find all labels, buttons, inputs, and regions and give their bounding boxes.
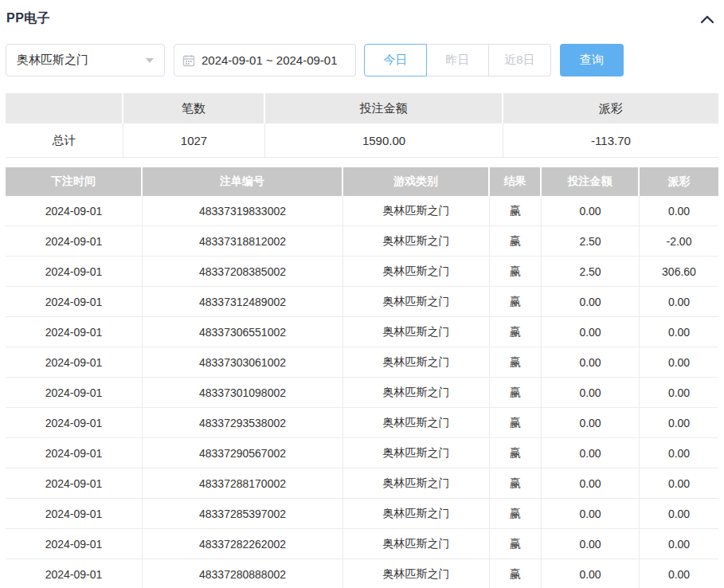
cell-bet-time: 2024-09-01	[6, 438, 143, 468]
column-header-bet-time: 下注时间	[6, 167, 143, 196]
cell-game-type: 奥林匹斯之门	[343, 559, 490, 588]
summary-header-payout: 派彩	[503, 93, 718, 123]
cell-bet-amount: 0.00	[542, 408, 640, 438]
cell-game-type: 奥林匹斯之门	[343, 347, 490, 378]
cell-result: 赢	[490, 438, 542, 468]
cell-order-id: 48337303061002	[143, 347, 343, 378]
summary-header-bet-amount: 投注金额	[265, 93, 503, 123]
cell-result: 赢	[490, 226, 542, 257]
cell-bet-time: 2024-09-01	[6, 468, 143, 499]
cell-bet-time: 2024-09-01	[6, 257, 143, 287]
table-row: 2024-09-0148337208385002奥林匹斯之门赢2.50306.6…	[6, 257, 718, 287]
cell-result: 赢	[490, 196, 542, 226]
cell-order-id: 48337319833002	[143, 196, 343, 226]
cell-order-id: 48337318812002	[143, 226, 343, 257]
cell-payout: 0.00	[640, 378, 718, 408]
cell-order-id: 48337282262002	[143, 529, 343, 559]
cell-result: 赢	[490, 257, 542, 287]
cell-payout: 0.00	[640, 287, 718, 317]
cell-game-type: 奥林匹斯之门	[343, 408, 490, 438]
cell-bet-amount: 0.00	[542, 468, 640, 499]
summary-total-row: 总计 1027 1590.00 -113.70	[6, 123, 718, 158]
cell-result: 赢	[490, 378, 542, 408]
cell-game-type: 奥林匹斯之门	[343, 196, 490, 226]
cell-bet-amount: 0.00	[542, 378, 640, 408]
game-select-value: 奥林匹斯之门	[17, 53, 88, 68]
cell-bet-time: 2024-09-01	[6, 317, 143, 347]
cell-game-type: 奥林匹斯之门	[343, 499, 490, 529]
table-row: 2024-09-0148337282262002奥林匹斯之门赢0.000.00	[6, 529, 718, 559]
table-row: 2024-09-0148337303061002奥林匹斯之门赢0.000.00	[6, 347, 718, 378]
date-range-value: 2024-09-01 ~ 2024-09-01	[202, 53, 338, 67]
cell-result: 赢	[490, 347, 542, 378]
cell-result: 赢	[490, 529, 542, 559]
cell-payout: 0.00	[640, 347, 718, 378]
column-header-payout: 派彩	[640, 167, 718, 196]
cell-order-id: 48337293538002	[143, 408, 343, 438]
cell-payout: 0.00	[640, 438, 718, 468]
cell-order-id: 48337290567002	[143, 438, 343, 468]
cell-payout: 0.00	[640, 468, 718, 499]
cell-bet-time: 2024-09-01	[6, 287, 143, 317]
last8days-button[interactable]: 近8日	[488, 44, 551, 76]
cell-result: 赢	[490, 408, 542, 438]
cell-bet-amount: 0.00	[542, 438, 640, 468]
chevron-down-icon	[146, 58, 154, 63]
summary-total-count: 1027	[123, 123, 265, 158]
table-row: 2024-09-0148337288170002奥林匹斯之门赢0.000.00	[6, 468, 718, 499]
quick-date-button-group: 今日 昨日 近8日	[364, 44, 551, 76]
yesterday-button[interactable]: 昨日	[426, 44, 489, 76]
column-header-result: 结果	[490, 167, 542, 196]
bet-table-header-row: 下注时间注单编号游戏类别结果投注金额派彩	[6, 167, 718, 196]
cell-payout: 0.00	[640, 317, 718, 347]
table-row: 2024-09-0148337285397002奥林匹斯之门赢0.000.00	[6, 499, 718, 529]
cell-bet-time: 2024-09-01	[6, 408, 143, 438]
cell-bet-amount: 0.00	[542, 317, 640, 347]
cell-bet-time: 2024-09-01	[6, 529, 143, 559]
summary-header-row: 笔数 投注金额 派彩	[6, 93, 718, 123]
cell-bet-time: 2024-09-01	[6, 196, 143, 226]
today-button[interactable]: 今日	[364, 44, 427, 76]
cell-payout: -2.00	[640, 226, 718, 257]
chevron-up-icon	[700, 14, 714, 24]
bet-table-body: 2024-09-0148337319833002奥林匹斯之门赢0.000.002…	[6, 196, 718, 588]
table-row: 2024-09-0148337301098002奥林匹斯之门赢0.000.00	[6, 378, 718, 408]
cell-bet-amount: 0.00	[542, 196, 640, 226]
query-button[interactable]: 查询	[560, 44, 624, 76]
cell-payout: 0.00	[640, 529, 718, 559]
cell-bet-amount: 0.00	[542, 529, 640, 559]
table-row: 2024-09-0148337293538002奥林匹斯之门赢0.000.00	[6, 408, 718, 438]
bet-records-table: 下注时间注单编号游戏类别结果投注金额派彩 2024-09-01483373198…	[6, 167, 718, 588]
cell-bet-amount: 0.00	[542, 559, 640, 588]
cell-bet-amount: 2.50	[542, 257, 640, 287]
cell-game-type: 奥林匹斯之门	[343, 438, 490, 468]
cell-order-id: 48337288170002	[143, 468, 343, 499]
cell-bet-time: 2024-09-01	[6, 226, 143, 257]
cell-bet-amount: 0.00	[542, 499, 640, 529]
cell-order-id: 48337306551002	[143, 317, 343, 347]
cell-bet-time: 2024-09-01	[6, 347, 143, 378]
cell-order-id: 48337208385002	[143, 257, 343, 287]
calendar-icon	[182, 54, 195, 67]
cell-game-type: 奥林匹斯之门	[343, 378, 490, 408]
cell-result: 赢	[490, 499, 542, 529]
cell-order-id: 48337312489002	[143, 287, 343, 317]
cell-result: 赢	[490, 468, 542, 499]
cell-payout: 306.60	[640, 257, 718, 287]
summary-header-count: 笔数	[123, 93, 265, 123]
table-row: 2024-09-0148337318812002奥林匹斯之门赢2.50-2.00	[6, 226, 718, 257]
filter-controls: 奥林匹斯之门 2024-09-01 ~ 2024-09-01	[6, 44, 718, 76]
cell-result: 赢	[490, 559, 542, 588]
cell-payout: 0.00	[640, 408, 718, 438]
cell-result: 赢	[490, 317, 542, 347]
cell-payout: 0.00	[640, 559, 718, 588]
table-row: 2024-09-0148337306551002奥林匹斯之门赢0.000.00	[6, 317, 718, 347]
game-select[interactable]: 奥林匹斯之门	[6, 44, 165, 76]
cell-bet-amount: 2.50	[542, 226, 640, 257]
collapse-panel-button[interactable]	[699, 11, 716, 27]
cell-result: 赢	[490, 287, 542, 317]
date-range-picker[interactable]: 2024-09-01 ~ 2024-09-01	[174, 44, 356, 76]
cell-game-type: 奥林匹斯之门	[343, 529, 490, 559]
cell-game-type: 奥林匹斯之门	[343, 468, 490, 499]
cell-game-type: 奥林匹斯之门	[343, 257, 490, 287]
